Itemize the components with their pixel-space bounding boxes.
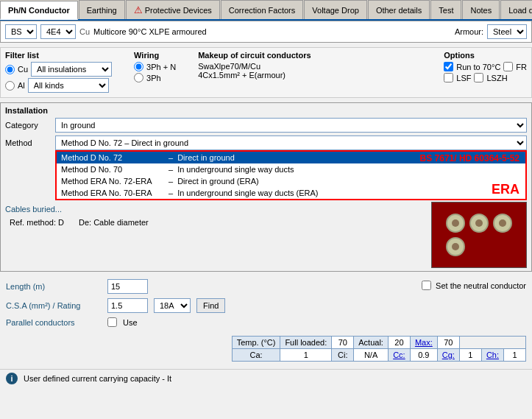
method-era72-desc: Direct in ground (ERA)	[177, 177, 521, 186]
wiring-3ph-row: 3Ph	[134, 73, 176, 82]
method-label: Method	[5, 138, 49, 147]
tab-earthing-label: Earthing	[87, 6, 117, 15]
wiring-3phn-row: 3Ph + N	[134, 62, 176, 71]
kind-select[interactable]: All kinds	[28, 78, 109, 93]
method-d70-name: Method D No. 70	[61, 165, 164, 174]
factor-ch: Ch:	[481, 349, 503, 362]
installation-section: Installation Category In ground Method M…	[0, 102, 532, 272]
run-to-70-row: Run to 70°C FR	[444, 62, 527, 71]
method-select[interactable]: Method D No. 72 – Direct in ground	[55, 135, 527, 150]
cu-radio-row: Cu All insulations	[5, 62, 112, 77]
tab-ph-n-conductor[interactable]: Ph/N Conductor	[0, 1, 78, 20]
factor-ch-value[interactable]: 1	[504, 349, 526, 362]
temp-table-section: Temp. (°C) Full loaded: 70 Actual: 20 Ma…	[6, 336, 526, 362]
makeup-line1: SwaXlpe70/M/Cu	[198, 62, 311, 71]
cable-diagram	[431, 202, 527, 268]
lszh-checkbox[interactable]	[474, 73, 483, 82]
max-link[interactable]: Max:	[415, 338, 433, 347]
temp-header-1: Full loaded:	[280, 337, 332, 349]
temp-value-0[interactable]: 70	[332, 337, 354, 349]
tab-correction-factors-label: Correction Factors	[229, 6, 295, 15]
parallel-checkbox[interactable]	[107, 317, 117, 327]
category-label: Category	[5, 121, 49, 130]
factor-cc-value[interactable]: 0.9	[410, 349, 437, 362]
warn-icon: ⚠	[134, 4, 143, 15]
fr-checkbox[interactable]	[503, 62, 513, 71]
length-input[interactable]	[107, 279, 148, 294]
era-badge: ERA	[492, 182, 519, 197]
lsf-lszh-row: LSF LSZH	[444, 73, 527, 82]
tab-correction-factors[interactable]: Correction Factors	[221, 0, 303, 19]
cable-type-select[interactable]: BS	[5, 24, 37, 39]
factor-ca: Ca:	[232, 349, 280, 362]
factor-ci-value[interactable]: N/A	[354, 349, 389, 362]
cu-label: Cu	[18, 65, 28, 74]
cc-link[interactable]: Cc:	[393, 351, 405, 359]
wiring-3ph-radio[interactable]	[134, 73, 143, 82]
tab-protective-devices[interactable]: ⚠ Protective Devices	[126, 0, 220, 19]
cg-link[interactable]: Cg:	[442, 351, 455, 359]
info-icon: i	[6, 373, 18, 384]
armour-select[interactable]: Steel	[487, 24, 527, 39]
neutral-checkbox[interactable]	[422, 281, 431, 290]
method-era70-name: Method ERA No. 70-ERA	[61, 189, 164, 197]
options-section: Options Run to 70°C FR LSF LSZH	[444, 51, 527, 94]
run-to-70-checkbox[interactable]	[444, 62, 453, 71]
csa-row: C.S.A (mm²) / Rating 18A Find	[6, 298, 407, 313]
wiring-title: Wiring	[134, 51, 176, 60]
tab-notes[interactable]: Notes	[462, 0, 500, 19]
insulation-select[interactable]: All insulations	[31, 62, 112, 77]
rating-select[interactable]: 18A	[154, 298, 191, 313]
method-option-d70[interactable]: Method D No. 70 – In underground single …	[57, 163, 525, 175]
cable-material: Cu	[79, 27, 90, 36]
lsf-label: LSF	[456, 74, 471, 82]
temp-header-row: Temp. (°C) Full loaded: 70 Actual: 20 Ma…	[232, 337, 525, 349]
method-option-era72[interactable]: Method ERA No. 72-ERA – Direct in ground…	[57, 175, 525, 187]
wiring-3phn-radio[interactable]	[134, 62, 143, 71]
tab-load-density[interactable]: Load density	[500, 0, 532, 19]
method-option-era70[interactable]: Method ERA No. 70-ERA – In underground s…	[57, 187, 525, 199]
neutral-label: Set the neutral conductor	[436, 281, 526, 290]
status-bar: i User defined current carrying capacity…	[0, 369, 532, 387]
csa-input[interactable]	[107, 298, 148, 313]
tab-other-details-label: Other details	[376, 6, 422, 15]
tab-voltage-drop[interactable]: Voltage Drop	[304, 0, 367, 19]
tab-test[interactable]: Test	[430, 0, 461, 19]
al-radio[interactable]	[5, 81, 15, 91]
cable-circles	[445, 213, 513, 257]
filter-section: Filter list Cu All insulations Al All ki…	[5, 51, 127, 94]
factor-ca-value[interactable]: 1	[280, 349, 332, 362]
cu-radio[interactable]	[5, 65, 15, 74]
lsf-checkbox[interactable]	[444, 73, 453, 82]
ref-method-label: Ref. method: D	[10, 218, 64, 227]
armour-label: Armour:	[455, 27, 483, 36]
tab-ph-n-conductor-label: Ph/N Conductor	[8, 6, 70, 15]
options-title: Options	[444, 51, 527, 60]
lszh-label: LSZH	[486, 74, 507, 82]
tab-bar: Ph/N Conductor Earthing ⚠ Protective Dev…	[0, 0, 532, 21]
factor-cg-value[interactable]: 1	[459, 349, 481, 362]
cable-code-select[interactable]: 4E4	[40, 24, 76, 39]
tab-voltage-drop-label: Voltage Drop	[312, 6, 359, 15]
find-button[interactable]: Find	[196, 298, 225, 313]
length-label: Length (m)	[6, 282, 102, 291]
bs-badge: BS 7671/ HD 60364-5-52	[420, 153, 519, 163]
tab-test-label: Test	[439, 6, 453, 15]
ch-link[interactable]: Ch:	[486, 351, 499, 359]
temp-value-2[interactable]: 70	[437, 337, 459, 349]
temp-header-0: Temp. (°C)	[232, 337, 280, 349]
temp-table: Temp. (°C) Full loaded: 70 Actual: 20 Ma…	[232, 336, 526, 362]
factor-row: Ca: 1 Ci: N/A Cc: 0.9 Cg: 1 Ch: 1	[232, 349, 525, 362]
category-select[interactable]: In ground	[55, 118, 527, 133]
run-to-70-label: Run to 70°C	[456, 63, 500, 71]
tab-earthing[interactable]: Earthing	[79, 0, 125, 19]
factor-ci: Ci:	[332, 349, 354, 362]
tab-other-details[interactable]: Other details	[368, 0, 430, 19]
makeup-title: Makeup of circuit conductors	[198, 51, 311, 60]
temp-value-1[interactable]: 20	[388, 337, 410, 349]
bottom-section: Length (m) C.S.A (mm²) / Rating 18A Find…	[0, 275, 532, 366]
cable-circle-3	[493, 214, 512, 233]
tab-protective-devices-label: Protective Devices	[145, 6, 212, 15]
tab-notes-label: Notes	[470, 6, 492, 15]
cable-circle-4	[446, 237, 465, 256]
